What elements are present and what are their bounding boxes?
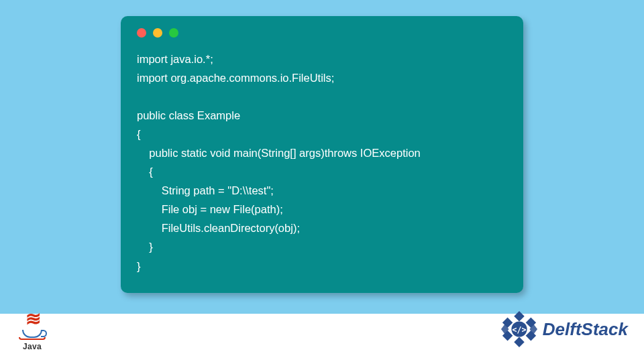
java-logo-text: Java xyxy=(23,342,42,351)
code-line: public static void main(String[] args)th… xyxy=(137,147,421,159)
java-steam-icon: ≋ xyxy=(25,310,39,328)
code-line: } xyxy=(137,241,153,253)
code-line: public class Example xyxy=(137,109,240,121)
code-line: { xyxy=(137,128,141,140)
delftstack-icon: </> xyxy=(500,310,539,349)
window-controls xyxy=(137,28,507,38)
code-line: } xyxy=(137,260,141,272)
maximize-icon[interactable] xyxy=(169,28,178,38)
code-line: String path = "D:\\test"; xyxy=(137,184,274,196)
code-line: import java.io.*; xyxy=(137,53,213,65)
code-line: FileUtils.cleanDirectory(obj); xyxy=(137,222,300,234)
svg-text:</>: </> xyxy=(512,325,526,335)
svg-marker-0 xyxy=(514,311,524,321)
delftstack-text: DelftStack xyxy=(543,319,628,340)
code-window: import java.io.*; import org.apache.comm… xyxy=(121,16,523,293)
minimize-icon[interactable] xyxy=(153,28,162,38)
code-line: File obj = new File(path); xyxy=(137,203,283,215)
svg-marker-3 xyxy=(514,337,524,347)
code-block: import java.io.*; import org.apache.comm… xyxy=(137,50,507,276)
code-line: { xyxy=(137,166,153,178)
close-icon[interactable] xyxy=(137,28,146,38)
delftstack-logo: </> DelftStack xyxy=(500,310,628,349)
java-logo: ≋ Java xyxy=(19,310,46,351)
code-line: import org.apache.commons.io.FileUtils; xyxy=(137,72,334,84)
